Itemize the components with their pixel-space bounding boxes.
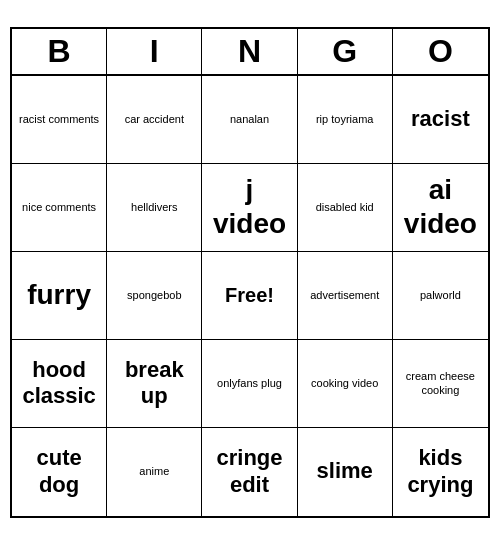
cell-label: cream cheese cooking: [397, 369, 484, 398]
cell-label: palworld: [420, 288, 461, 302]
header-letter: G: [298, 29, 393, 74]
bingo-cell: hood classic: [12, 340, 107, 428]
bingo-cell: slime: [298, 428, 393, 516]
header-letter: N: [202, 29, 297, 74]
bingo-cell: cream cheese cooking: [393, 340, 488, 428]
bingo-cell: onlyfans plug: [202, 340, 297, 428]
bingo-header: BINGO: [12, 29, 488, 76]
bingo-cell: disabled kid: [298, 164, 393, 252]
cell-label: kids crying: [397, 445, 484, 498]
cell-label: furry: [27, 278, 91, 312]
cell-label: onlyfans plug: [217, 376, 282, 390]
cell-label: nice comments: [22, 200, 96, 214]
bingo-cell: anime: [107, 428, 202, 516]
bingo-grid: racist commentscar accidentnanalanrip to…: [12, 76, 488, 516]
bingo-cell: Free!: [202, 252, 297, 340]
bingo-cell: cooking video: [298, 340, 393, 428]
cell-label: break up: [111, 357, 197, 410]
cell-label: rip toyriama: [316, 112, 373, 126]
cell-label: cringe edit: [206, 445, 292, 498]
cell-label: j video: [206, 173, 292, 240]
bingo-cell: furry: [12, 252, 107, 340]
bingo-cell: rip toyriama: [298, 76, 393, 164]
bingo-cell: cute dog: [12, 428, 107, 516]
bingo-cell: nanalan: [202, 76, 297, 164]
bingo-cell: cringe edit: [202, 428, 297, 516]
header-letter: O: [393, 29, 488, 74]
bingo-cell: ai video: [393, 164, 488, 252]
bingo-cell: j video: [202, 164, 297, 252]
bingo-card: BINGO racist commentscar accidentnanalan…: [10, 27, 490, 518]
cell-label: advertisement: [310, 288, 379, 302]
cell-label: car accident: [125, 112, 184, 126]
cell-label: hood classic: [16, 357, 102, 410]
header-letter: B: [12, 29, 107, 74]
bingo-cell: spongebob: [107, 252, 202, 340]
bingo-cell: helldivers: [107, 164, 202, 252]
bingo-cell: advertisement: [298, 252, 393, 340]
cell-label: cooking video: [311, 376, 378, 390]
bingo-cell: kids crying: [393, 428, 488, 516]
bingo-cell: racist: [393, 76, 488, 164]
cell-label: anime: [139, 464, 169, 478]
cell-label: racist: [411, 106, 470, 132]
bingo-cell: racist comments: [12, 76, 107, 164]
cell-label: slime: [317, 458, 373, 484]
bingo-cell: car accident: [107, 76, 202, 164]
cell-label: Free!: [225, 284, 274, 307]
bingo-cell: break up: [107, 340, 202, 428]
header-letter: I: [107, 29, 202, 74]
cell-label: cute dog: [16, 445, 102, 498]
cell-label: spongebob: [127, 288, 181, 302]
cell-label: racist comments: [19, 112, 99, 126]
cell-label: disabled kid: [316, 200, 374, 214]
cell-label: helldivers: [131, 200, 177, 214]
cell-label: ai video: [397, 173, 484, 240]
bingo-cell: palworld: [393, 252, 488, 340]
bingo-cell: nice comments: [12, 164, 107, 252]
cell-label: nanalan: [230, 112, 269, 126]
